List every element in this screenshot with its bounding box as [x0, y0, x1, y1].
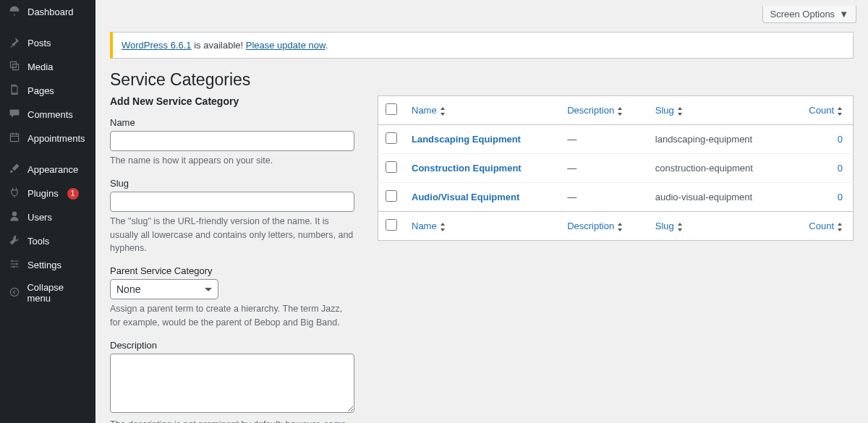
name-description: The name is how it appears on your site. [110, 154, 354, 168]
row-checkbox[interactable] [386, 132, 397, 144]
content-area: Screen Options ▼ WordPress 6.6.1 is avai… [95, 0, 868, 423]
slug-input[interactable] [110, 192, 354, 212]
category-slug: landscaping-equipment [648, 125, 788, 154]
col-header-name[interactable]: Name [404, 96, 560, 125]
svg-point-0 [10, 288, 18, 296]
row-checkbox[interactable] [386, 190, 397, 202]
sidebar-item-label: Users [27, 212, 52, 223]
category-slug: construction-equipment [648, 154, 788, 183]
col-footer-description[interactable]: Description [560, 212, 648, 241]
name-label: Name [110, 117, 354, 128]
sidebar-item-users[interactable]: Users [0, 205, 95, 229]
slug-description: The "slug" is the URL-friendly version o… [110, 215, 354, 255]
sort-icon [617, 105, 623, 116]
brush-icon [7, 163, 22, 176]
sidebar-item-label: Plugins [27, 188, 59, 199]
category-count-link[interactable]: 0 [838, 163, 843, 174]
category-count-link[interactable]: 0 [838, 192, 843, 202]
calendar-icon [7, 132, 22, 145]
sort-icon [677, 221, 683, 231]
sidebar-item-tools[interactable]: Tools [0, 229, 95, 253]
col-header-count[interactable]: Count [788, 96, 853, 125]
notice-mid-text: is available! [192, 40, 246, 51]
sidebar-item-collapse-menu[interactable]: Collapse menu [0, 277, 95, 309]
sidebar-item-label: Appointments [27, 133, 85, 144]
table-row: Audio/Visual Equipment—audio-visual-equi… [378, 183, 854, 212]
name-input[interactable] [110, 131, 354, 151]
row-checkbox[interactable] [386, 161, 397, 173]
sliders-icon [7, 258, 22, 272]
sidebar-item-label: Tools [27, 236, 49, 247]
update-badge: 1 [67, 188, 79, 200]
description-label: Description [110, 340, 354, 351]
sort-icon [440, 105, 446, 116]
parent-label: Parent Service Category [110, 265, 354, 276]
category-description: — [560, 183, 648, 212]
category-description: — [560, 125, 648, 154]
category-name-link[interactable]: Audio/Visual Equipment [412, 192, 519, 202]
comment-icon [7, 108, 22, 121]
category-slug: audio-visual-equipment [648, 183, 788, 212]
table-row: Construction Equipment—construction-equi… [378, 154, 854, 183]
sort-icon [837, 221, 843, 231]
col-footer-slug[interactable]: Slug [648, 212, 788, 241]
caret-down-icon: ▼ [839, 9, 848, 20]
category-name-link[interactable]: Construction Equipment [412, 163, 522, 174]
sidebar-item-posts[interactable]: Posts [0, 31, 95, 55]
sidebar-item-label: Dashboard [27, 7, 74, 17]
media-icon [7, 60, 22, 74]
col-header-slug[interactable]: Slug [648, 96, 788, 125]
category-count-link[interactable]: 0 [838, 134, 843, 145]
sidebar-item-label: Media [27, 61, 53, 72]
dashboard-icon [7, 5, 22, 19]
wordpress-version-link[interactable]: WordPress 6.6.1 [122, 40, 192, 51]
sidebar-item-label: Settings [27, 260, 61, 270]
select-all-checkbox-top[interactable] [386, 103, 397, 115]
screen-options-toggle[interactable]: Screen Options ▼ [762, 6, 856, 23]
sort-icon [617, 221, 623, 231]
admin-sidebar: DashboardPostsMediaPagesCommentsAppointm… [0, 0, 95, 423]
categories-table-wrap: Name Description Slug Count Landscaping … [378, 95, 854, 423]
parent-select[interactable]: None [110, 279, 218, 299]
form-section-title: Add New Service Category [110, 95, 354, 107]
sidebar-item-label: Posts [27, 38, 51, 48]
description-help: The description is not prominent by defa… [110, 418, 354, 424]
sidebar-item-dashboard[interactable]: Dashboard [0, 0, 95, 24]
sidebar-item-pages[interactable]: Pages [0, 79, 95, 103]
col-header-description[interactable]: Description [560, 96, 648, 125]
user-icon [7, 210, 22, 224]
plug-icon [7, 187, 22, 200]
notice-period: . [326, 40, 328, 51]
sort-icon [440, 221, 446, 231]
page-title: Service Categories [95, 70, 868, 95]
update-notice: WordPress 6.6.1 is available! Please upd… [110, 32, 854, 59]
update-now-link[interactable]: Please update now [246, 40, 326, 51]
col-footer-count[interactable]: Count [788, 212, 853, 241]
sidebar-item-appearance[interactable]: Appearance [0, 158, 95, 181]
add-category-form: Add New Service Category Name The name i… [110, 95, 354, 423]
sidebar-item-plugins[interactable]: Plugins1 [0, 181, 95, 205]
pin-icon [7, 36, 22, 50]
sidebar-item-label: Appearance [27, 164, 78, 175]
sidebar-item-appointments[interactable]: Appointments [0, 127, 95, 150]
sort-icon [677, 105, 683, 116]
sidebar-item-media[interactable]: Media [0, 55, 95, 79]
sidebar-item-label: Collapse menu [27, 282, 88, 304]
screen-options-label: Screen Options [770, 9, 835, 20]
col-footer-name[interactable]: Name [404, 212, 560, 241]
categories-table: Name Description Slug Count Landscaping … [378, 95, 854, 241]
sort-icon [837, 105, 843, 116]
category-description: — [560, 154, 648, 183]
page-icon [7, 84, 22, 98]
description-textarea[interactable] [110, 354, 354, 413]
sidebar-item-label: Comments [27, 109, 73, 120]
sidebar-item-comments[interactable]: Comments [0, 103, 95, 127]
sidebar-item-settings[interactable]: Settings [0, 253, 95, 277]
slug-label: Slug [110, 178, 354, 189]
sidebar-item-label: Pages [27, 85, 54, 96]
select-all-checkbox-bottom[interactable] [386, 219, 397, 231]
table-row: Landscaping Equipment—landscaping-equipm… [378, 125, 854, 154]
parent-description: Assign a parent term to create a hierarc… [110, 302, 354, 330]
wrench-icon [7, 234, 22, 248]
category-name-link[interactable]: Landscaping Equipment [412, 134, 521, 145]
